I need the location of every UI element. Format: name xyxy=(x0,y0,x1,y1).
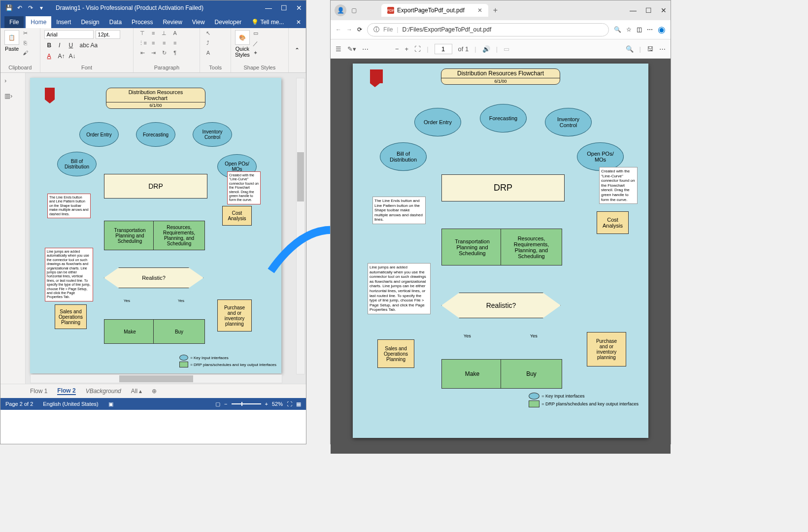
switch-windows-icon[interactable]: ▦ xyxy=(296,401,301,407)
undo-icon[interactable]: ↶ xyxy=(15,3,24,12)
bold-button[interactable]: B xyxy=(44,41,53,50)
node-sales[interactable]: Sales and Operations Planning xyxy=(55,304,87,329)
tab-design[interactable]: Design xyxy=(76,16,104,28)
save-pdf-icon[interactable]: 🖫 xyxy=(647,45,653,53)
node-forecasting[interactable]: Forecasting xyxy=(136,122,175,147)
site-info-icon[interactable]: ⓘ xyxy=(373,26,379,34)
orientation-button[interactable]: A xyxy=(170,30,180,39)
edge-minimize-icon[interactable]: — xyxy=(630,6,637,14)
font-size-select[interactable]: 12pt. xyxy=(96,30,120,39)
visio-titlebar[interactable]: 💾 ↶ ↷ ▾ Drawing1 - Visio Professional (P… xyxy=(0,0,306,15)
page-tab-flow2[interactable]: Flow 2 xyxy=(57,387,75,395)
close-icon[interactable]: ✕ xyxy=(296,4,302,12)
drawing-page[interactable]: Distribution Resources Flowchart 6/1/00 … xyxy=(30,78,281,373)
font-color-button[interactable]: A xyxy=(44,52,53,61)
tell-me[interactable]: 💡 Tell me... xyxy=(246,16,289,28)
zoom-page-icon[interactable]: 🔍 xyxy=(614,26,621,33)
back-button[interactable]: ← xyxy=(336,26,341,33)
strike-button[interactable]: abc xyxy=(77,41,86,50)
pointer-tool-icon[interactable]: ↖ xyxy=(204,30,212,38)
paragraph-spacing-button[interactable]: ¶ xyxy=(170,50,180,59)
tab-review[interactable]: Review xyxy=(158,16,187,28)
text-highlight-button[interactable]: Aa xyxy=(88,41,97,50)
page-number-input[interactable] xyxy=(435,44,452,54)
line-button[interactable]: ／ xyxy=(252,40,260,48)
align-left-button[interactable]: ≡ xyxy=(148,40,158,49)
stencil-icon[interactable]: ▥› xyxy=(0,88,25,103)
add-page-button[interactable]: ⊕ xyxy=(152,388,157,395)
fill-button[interactable]: ▭ xyxy=(252,30,260,38)
collapse-ribbon-icon[interactable]: ⌃ xyxy=(295,47,300,54)
profile-icon[interactable]: 👤 xyxy=(335,4,346,16)
edge-titlebar[interactable]: 👤 ▢ PDF ExportPageToPdf_out.pdf ✕ + — ☐ … xyxy=(331,0,671,20)
tab-process[interactable]: Process xyxy=(127,16,158,28)
maximize-icon[interactable]: ☐ xyxy=(281,4,287,12)
shapes-pane[interactable]: › ▥› xyxy=(0,73,26,398)
macro-record-icon[interactable]: ▣ xyxy=(108,401,113,407)
edge-close-icon[interactable]: ✕ xyxy=(661,6,667,14)
tab-close-icon[interactable]: ✕ xyxy=(477,7,482,14)
contents-icon[interactable]: ☰ xyxy=(336,45,341,53)
edge-maximize-icon[interactable]: ☐ xyxy=(645,6,652,14)
qat-dropdown-icon[interactable]: ▾ xyxy=(37,3,46,12)
paste-button[interactable]: 📋 Paste xyxy=(4,30,19,52)
node-inventory[interactable]: Inventory Control xyxy=(193,122,232,147)
pdf-viewport[interactable]: Distribution Resources Flowchart 6/1/00 … xyxy=(331,59,671,454)
page-tab-all[interactable]: All ▴ xyxy=(131,388,142,395)
connector-tool-icon[interactable]: ⤴ xyxy=(204,40,212,48)
underline-button[interactable]: U xyxy=(66,41,75,50)
node-buy[interactable]: Buy xyxy=(153,319,205,344)
fit-page-icon[interactable]: ⛶ xyxy=(287,401,292,407)
minimize-icon[interactable]: — xyxy=(265,4,272,12)
horizontal-scrollbar[interactable] xyxy=(30,374,282,383)
cut-icon[interactable]: ✂ xyxy=(21,30,29,38)
workspaces-icon[interactable]: ▢ xyxy=(351,7,357,14)
align-center-button[interactable]: ≡ xyxy=(159,40,169,49)
tab-data[interactable]: Data xyxy=(104,16,127,28)
text-tool-icon[interactable]: A xyxy=(204,50,212,58)
save-icon[interactable]: 💾 xyxy=(4,3,13,12)
shrink-font-button[interactable]: A↓ xyxy=(66,52,75,61)
effects-button[interactable]: ✦ xyxy=(252,50,260,58)
italic-button[interactable]: I xyxy=(55,41,64,50)
tab-file[interactable]: File xyxy=(4,16,24,28)
favorite-icon[interactable]: ☆ xyxy=(626,26,632,33)
tab-insert[interactable]: Insert xyxy=(51,16,76,28)
fit-width-icon[interactable]: ⛶ xyxy=(414,45,421,53)
browser-tab[interactable]: PDF ExportPageToPdf_out.pdf ✕ xyxy=(381,4,488,17)
settings-menu-icon[interactable]: ⋯ xyxy=(647,26,653,33)
redo-icon[interactable]: ↷ xyxy=(26,3,35,12)
zoom-level[interactable]: 52% xyxy=(272,401,283,407)
pdf-menu-icon[interactable]: ⋯ xyxy=(659,45,666,53)
increase-indent-button[interactable]: ⇥ xyxy=(148,50,158,59)
zoom-out-button[interactable]: − xyxy=(224,401,227,407)
new-tab-button[interactable]: + xyxy=(493,6,498,15)
grow-font-button[interactable]: A↑ xyxy=(55,52,64,61)
find-icon[interactable]: 🔍 xyxy=(626,45,634,53)
align-right-button[interactable]: ≡ xyxy=(170,40,180,49)
read-aloud-icon[interactable]: 🔊 xyxy=(482,45,490,53)
align-bottom-button[interactable]: ⊥ xyxy=(159,30,169,39)
zoom-out-pdf[interactable]: − xyxy=(395,45,399,53)
bullets-button[interactable]: ⋮≡ xyxy=(137,40,147,49)
node-realistic[interactable]: Realistic? xyxy=(104,267,203,288)
refresh-button[interactable]: ⟳ xyxy=(357,26,362,33)
pdf-more-icon[interactable]: ⋯ xyxy=(362,45,369,53)
node-drp[interactable]: DRP xyxy=(104,174,207,199)
split-screen-icon[interactable]: ◫ xyxy=(637,26,642,33)
node-resources[interactable]: Resources, Requirements, Planning, and S… xyxy=(153,221,205,250)
status-language[interactable]: English (United States) xyxy=(43,401,99,407)
ribbon-close-icon[interactable]: ✕ xyxy=(291,16,306,28)
node-cost[interactable]: Cost Analysis xyxy=(222,206,252,226)
node-transport[interactable]: Transportation Planning and Scheduling xyxy=(104,221,156,250)
format-painter-icon[interactable]: 🖌 xyxy=(21,50,29,58)
node-bill[interactable]: Bill of Distribution xyxy=(57,152,97,176)
align-middle-button[interactable]: ≡ xyxy=(148,30,158,39)
tab-developer[interactable]: Developer xyxy=(210,16,247,28)
address-bar[interactable]: ⓘ File | D:/Files/ExportPageToPdf_out.pd… xyxy=(367,23,609,36)
copilot-icon[interactable]: ◉ xyxy=(658,24,666,35)
quick-styles-button[interactable]: 🎨 Quick Styles xyxy=(235,30,250,58)
tab-view[interactable]: View xyxy=(187,16,210,28)
zoom-slider[interactable] xyxy=(232,403,261,404)
presentation-mode-icon[interactable]: ▢ xyxy=(215,401,220,407)
